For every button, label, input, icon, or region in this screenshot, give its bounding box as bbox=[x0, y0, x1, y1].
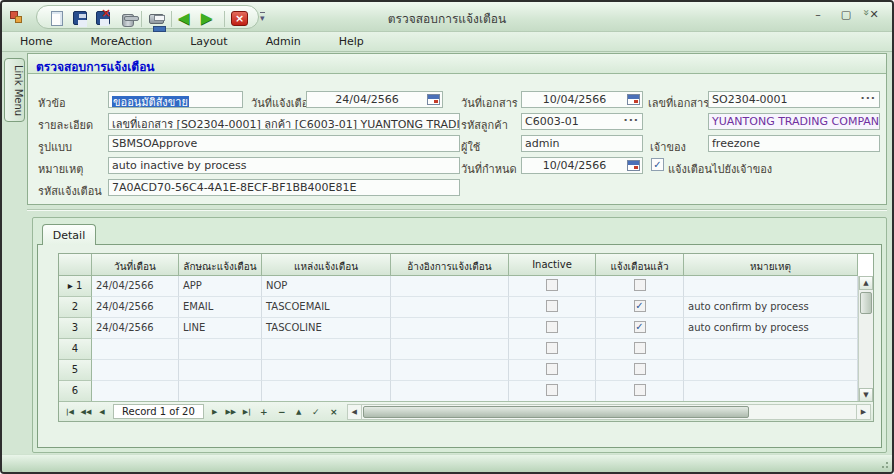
topic-input[interactable]: ขออนุมัติสั่งขาย bbox=[108, 91, 243, 108]
horizontal-scroll-thumb[interactable] bbox=[363, 406, 749, 418]
row-selector[interactable]: 5 bbox=[59, 360, 92, 381]
grid-cell[interactable] bbox=[684, 360, 858, 381]
doc-date-input[interactable]: 10/04/2566 bbox=[521, 91, 643, 108]
inactive-checkbox[interactable] bbox=[546, 363, 558, 375]
doc-no-input[interactable]: SO2304-0001··· bbox=[708, 91, 880, 108]
nav-delete-button[interactable]: − bbox=[273, 407, 291, 417]
notified-checkbox[interactable]: ✓ bbox=[634, 321, 646, 333]
print-icon[interactable] bbox=[148, 10, 165, 27]
resize-grip[interactable] bbox=[879, 459, 889, 469]
grid-cell[interactable]: TASCOLINE bbox=[262, 318, 391, 339]
delete-icon[interactable] bbox=[118, 10, 135, 27]
row-selector[interactable]: ▸ 1 bbox=[59, 276, 92, 297]
save-close-icon[interactable] bbox=[95, 10, 112, 27]
ribbon-collapse-icon[interactable]: » bbox=[860, 9, 873, 16]
calendar-icon[interactable] bbox=[627, 94, 640, 105]
splitter-handle[interactable]: ····· bbox=[27, 207, 887, 214]
inactive-checkbox[interactable] bbox=[546, 342, 558, 354]
grid-cell[interactable]: auto confirm by process bbox=[684, 297, 858, 318]
grid-cell[interactable] bbox=[262, 381, 391, 402]
nav-next-button[interactable]: ▶ bbox=[207, 408, 223, 416]
grid-cell[interactable]: auto confirm by process bbox=[684, 318, 858, 339]
save-icon[interactable] bbox=[72, 10, 89, 27]
grid-header-notified[interactable]: แจ้งเตือนแล้ว bbox=[596, 254, 684, 276]
table-row[interactable]: 324/04/2566LINETASCOLINE✓auto confirm by… bbox=[59, 318, 873, 339]
nav-first-button[interactable]: |◀ bbox=[62, 408, 78, 416]
notified-checkbox[interactable] bbox=[634, 363, 646, 375]
user-input[interactable]: admin bbox=[521, 135, 643, 152]
grid-cell[interactable] bbox=[92, 381, 179, 402]
grid-cell[interactable] bbox=[179, 339, 262, 360]
grid-cell[interactable] bbox=[92, 339, 179, 360]
notify-date-input[interactable]: 24/04/2566 bbox=[306, 91, 443, 108]
forward-icon[interactable]: ▶ bbox=[201, 10, 218, 27]
menu-admin[interactable]: Admin bbox=[266, 35, 301, 48]
table-row[interactable]: 6 bbox=[59, 381, 873, 402]
grid-cell[interactable]: LINE bbox=[179, 318, 262, 339]
row-selector[interactable]: 4 bbox=[59, 339, 92, 360]
link-menu-tab[interactable]: Link Menu bbox=[4, 58, 25, 122]
grid-header-reference[interactable]: อ้างอิงการแจ้งเตือน bbox=[391, 254, 509, 276]
maximize-button[interactable]: ▢ bbox=[838, 8, 854, 21]
grid-header-inactive[interactable]: Inactive bbox=[509, 254, 596, 276]
calendar-icon[interactable] bbox=[427, 94, 440, 105]
table-row[interactable]: 224/04/2566EMAILTASCOEMAIL✓auto confirm … bbox=[59, 297, 873, 318]
row-selector[interactable]: 6 bbox=[59, 381, 92, 402]
scroll-right-icon[interactable]: ▶ bbox=[856, 405, 870, 419]
inactive-checkbox[interactable] bbox=[546, 384, 558, 396]
lookup-ellipsis-icon[interactable]: ··· bbox=[623, 114, 639, 127]
scroll-down-icon[interactable]: ▼ bbox=[859, 388, 873, 402]
notified-checkbox[interactable]: ✓ bbox=[634, 300, 646, 312]
table-row[interactable]: 5 bbox=[59, 360, 873, 381]
grid-cell[interactable] bbox=[391, 339, 509, 360]
detail-input[interactable]: เลขที่เอกสาร [SO2304-0001] ลูกค้า [C6003… bbox=[108, 113, 460, 130]
grid-cell[interactable] bbox=[262, 339, 391, 360]
customer-code-input[interactable]: C6003-01··· bbox=[521, 113, 643, 130]
owner-input[interactable]: freezone bbox=[708, 135, 880, 152]
inactive-checkbox[interactable] bbox=[546, 279, 558, 291]
grid-cell[interactable]: 24/04/2566 bbox=[92, 318, 179, 339]
grid-cell[interactable]: NOP bbox=[262, 276, 391, 297]
grid-cell[interactable] bbox=[684, 339, 858, 360]
grid-cell[interactable] bbox=[179, 360, 262, 381]
grid-header-type[interactable]: ลักษณะแจ้งเตือน bbox=[179, 254, 262, 276]
nav-edit-button[interactable]: ▲ bbox=[291, 408, 307, 416]
grid-cell[interactable]: EMAIL bbox=[179, 297, 262, 318]
nav-commit-button[interactable]: ✓ bbox=[307, 407, 325, 417]
notified-checkbox[interactable] bbox=[634, 342, 646, 354]
notify-owner-checkbox[interactable]: ✓ bbox=[651, 158, 664, 171]
nav-prev-page-button[interactable]: ◀◀ bbox=[78, 408, 94, 416]
lookup-ellipsis-icon[interactable]: ··· bbox=[860, 92, 876, 105]
grid-header-note[interactable]: หมายเหตุ bbox=[684, 254, 858, 276]
qat-dropdown-icon[interactable]: ▾ bbox=[260, 12, 265, 22]
nav-last-button[interactable]: ▶| bbox=[239, 408, 255, 416]
grid-cell[interactable] bbox=[391, 318, 509, 339]
app-icon[interactable] bbox=[10, 11, 24, 23]
table-row[interactable]: 4 bbox=[59, 339, 873, 360]
vertical-scroll-thumb[interactable] bbox=[860, 292, 872, 314]
grid-cell[interactable] bbox=[391, 297, 509, 318]
menu-home[interactable]: Home bbox=[20, 35, 52, 48]
notified-checkbox[interactable] bbox=[634, 384, 646, 396]
nav-prev-button[interactable]: ◀ bbox=[94, 408, 110, 416]
menu-help[interactable]: Help bbox=[339, 35, 364, 48]
horizontal-scrollbar[interactable]: ◀ ▶ bbox=[347, 404, 871, 420]
calendar-icon[interactable] bbox=[627, 160, 640, 171]
grid-cell[interactable] bbox=[391, 276, 509, 297]
nav-cancel-button[interactable]: × bbox=[325, 407, 343, 417]
grid-header-source[interactable]: แหล่งแจ้งเตือน bbox=[262, 254, 391, 276]
grid-cell[interactable]: 24/04/2566 bbox=[92, 297, 179, 318]
grid-cell[interactable] bbox=[391, 381, 509, 402]
menu-moreaction[interactable]: MoreAction bbox=[90, 35, 152, 48]
grid-cell[interactable] bbox=[179, 381, 262, 402]
close-window-icon[interactable]: × bbox=[231, 11, 248, 26]
grid-cell[interactable] bbox=[684, 276, 858, 297]
grid-header-date[interactable]: วันที่เตือน bbox=[92, 254, 179, 276]
scroll-up-icon[interactable]: ▲ bbox=[859, 276, 873, 290]
new-document-icon[interactable] bbox=[49, 10, 66, 27]
nav-add-button[interactable]: + bbox=[255, 407, 273, 417]
inactive-checkbox[interactable] bbox=[546, 300, 558, 312]
grid-cell[interactable]: 24/04/2566 bbox=[92, 276, 179, 297]
notified-checkbox[interactable] bbox=[634, 279, 646, 291]
grid-cell[interactable] bbox=[684, 381, 858, 402]
